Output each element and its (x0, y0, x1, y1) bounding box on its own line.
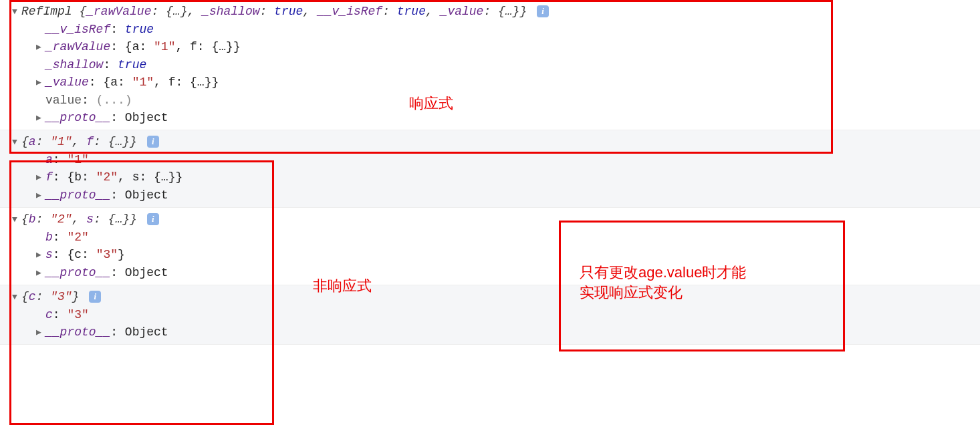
key: __proto__ (45, 111, 110, 124)
k-b: b (29, 212, 36, 226)
disclosure-right-icon[interactable] (36, 247, 45, 264)
val-f: {…} (211, 40, 233, 53)
val: true (125, 23, 154, 36)
disclosure-right-icon[interactable] (36, 187, 45, 204)
val-f: {…} (190, 76, 211, 89)
shallow-summary: true (274, 5, 303, 18)
disclosure-right-icon[interactable] (36, 324, 45, 341)
prop-rawvalue[interactable]: _rawValue: {a: "1", f: {…}} (36, 38, 980, 56)
prop-proto[interactable]: __proto__: Object (36, 186, 980, 204)
obj-a-summary[interactable]: {a: "1", f: {…}} i (12, 133, 980, 151)
val-a: "1" (132, 76, 154, 89)
key: b (45, 231, 53, 244)
key: __proto__ (45, 266, 110, 279)
prop-proto[interactable]: __proto__: Object (36, 264, 980, 282)
val: true (118, 58, 146, 72)
prop-getter-value[interactable]: value: (...) (36, 92, 980, 109)
prop-proto[interactable]: __proto__: Object (36, 109, 980, 127)
val: Object (125, 325, 168, 339)
disclosure-right-icon[interactable] (36, 39, 45, 56)
val: "2" (67, 231, 88, 244)
prop-value[interactable]: _value: {a: "1", f: {…}} (36, 74, 980, 92)
value-summary: {…} (498, 5, 519, 18)
val: "1" (67, 153, 88, 166)
key: _value (45, 76, 89, 89)
isref-summary: true (397, 5, 426, 18)
val-c: "3" (96, 248, 118, 261)
val: Object (125, 266, 168, 279)
class-name: RefImpl (21, 5, 72, 18)
v-f: {…} (108, 135, 130, 148)
val: Object (125, 111, 168, 124)
val: "3" (67, 308, 88, 321)
v-b: "2" (50, 212, 72, 226)
info-icon[interactable]: i (147, 136, 159, 148)
disclosure-down-icon[interactable] (12, 289, 21, 306)
key: _shallow (45, 58, 103, 72)
obj-c-summary[interactable]: {c: "3"} i (12, 288, 980, 306)
prop-a: a: "1" (36, 151, 980, 168)
prop-f[interactable]: f: {b: "2", s: {…}} (36, 168, 980, 186)
key: a (45, 153, 53, 166)
val-b: "2" (96, 170, 118, 184)
disclosure-right-icon[interactable] (36, 74, 45, 92)
console-entry-obj-c: {c: "3"} i c: "3" __proto__: Object (0, 285, 980, 345)
prop-s[interactable]: s: {c: "3"} (36, 246, 980, 264)
key: __v_isRef (45, 23, 110, 36)
prop-proto[interactable]: __proto__: Object (36, 323, 980, 341)
prop-b: b: "2" (36, 229, 980, 246)
disclosure-down-icon[interactable] (12, 211, 21, 229)
disclosure-right-icon[interactable] (36, 169, 45, 186)
k-s: s (86, 212, 94, 226)
key: s (45, 248, 53, 261)
console-entry-obj-a: {a: "1", f: {…}} i a: "1" f: {b: "2", s:… (0, 130, 980, 208)
obj-b-summary[interactable]: {b: "2", s: {…}} i (12, 210, 980, 229)
val-s: {…} (154, 170, 175, 184)
prop-shallow: _shallow: true (36, 56, 980, 74)
disclosure-down-icon[interactable] (12, 134, 21, 151)
k-c: c (29, 290, 36, 303)
refimpl-summary-line[interactable]: RefImpl {_rawValue: {…}, _shallow: true,… (12, 3, 980, 21)
disclosure-right-icon[interactable] (36, 110, 45, 127)
key: __proto__ (45, 188, 110, 202)
val[interactable]: (...) (96, 94, 132, 107)
prop-c: c: "3" (36, 306, 980, 323)
key: _rawValue (45, 40, 110, 53)
console-entry-obj-b: {b: "2", s: {…}} i b: "2" s: {c: "3"} __… (0, 208, 980, 285)
info-icon[interactable]: i (89, 291, 101, 303)
info-icon[interactable]: i (537, 5, 549, 17)
v-s: {…} (108, 212, 130, 226)
info-icon[interactable]: i (147, 213, 159, 225)
v-a: "1" (50, 135, 72, 148)
key: __proto__ (45, 325, 110, 339)
val-a: "1" (154, 40, 175, 53)
k-f: f (86, 135, 94, 148)
val: Object (125, 188, 168, 202)
prop-v-isref: __v_isRef: true (36, 21, 980, 38)
disclosure-down-icon[interactable] (12, 3, 21, 21)
v-c: "3" (50, 290, 72, 303)
raw-value-summary: {…} (166, 5, 187, 18)
console-entry-refimpl: RefImpl {_rawValue: {…}, _shallow: true,… (0, 0, 980, 130)
key: value (45, 94, 82, 107)
k-a: a (29, 135, 36, 148)
key: c (45, 308, 53, 321)
key: f (45, 170, 53, 184)
disclosure-right-icon[interactable] (36, 265, 45, 282)
